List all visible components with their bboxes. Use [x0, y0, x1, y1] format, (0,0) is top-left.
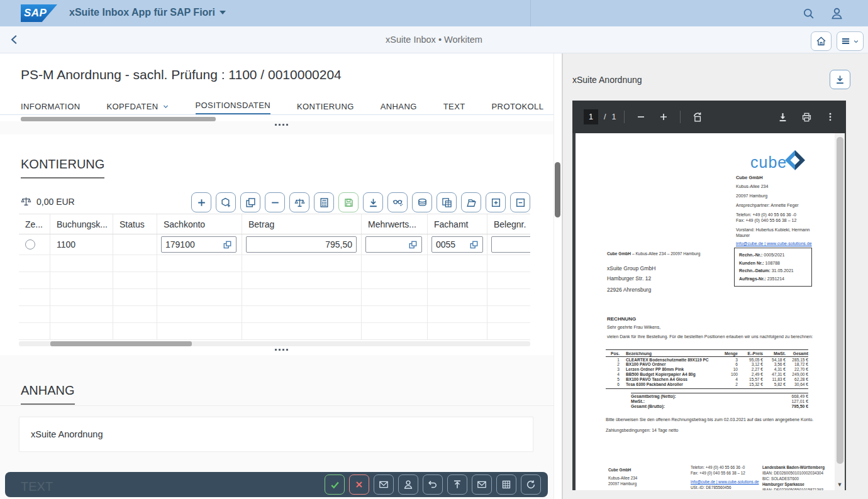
home-icon	[816, 36, 826, 47]
cube-logo-icon	[784, 150, 807, 172]
reject-button[interactable]	[349, 474, 369, 495]
balance-button[interactable]	[289, 192, 309, 212]
hamburger-icon	[841, 36, 850, 46]
currency-button[interactable]	[412, 192, 432, 212]
workflow-action-bar	[5, 472, 548, 497]
row-select-radio[interactable]	[25, 239, 35, 250]
invoice-item-row: 3Lerzen Ordner PP 80mm Pink102,27 €4,31 …	[606, 367, 808, 372]
copy-row-button[interactable]	[240, 192, 260, 212]
table-view-button[interactable]	[496, 474, 516, 495]
value-help-icon[interactable]	[408, 240, 418, 250]
shell-seam-divider	[530, 0, 531, 26]
table-row-empty	[19, 255, 530, 272]
pdf-print-button[interactable]	[798, 109, 815, 125]
mehrwertsteuer-input[interactable]	[365, 236, 422, 253]
calculate-button[interactable]	[314, 192, 334, 212]
tab-kopfdaten[interactable]: KOPFDATEN	[106, 98, 169, 115]
invoice-intro: vielen Dank für Ihre Bestellung. Für die…	[607, 334, 813, 339]
tab-text[interactable]: TEXT	[443, 98, 465, 115]
save-button[interactable]	[338, 192, 359, 212]
tab-kontierung[interactable]: KONTIERUNG	[297, 98, 354, 115]
pdf-download-button[interactable]	[774, 109, 791, 125]
betrag-input[interactable]: 795,50	[246, 236, 357, 253]
pdf-more-button[interactable]	[822, 109, 838, 125]
collapse-all-button[interactable]	[510, 192, 530, 212]
envelope-icon	[477, 480, 487, 490]
refresh-icon	[526, 480, 536, 490]
home-button[interactable]	[811, 31, 832, 51]
top-horizontal-scrollbar[interactable]	[21, 117, 216, 121]
sachkonto-input[interactable]: 179100	[161, 236, 236, 253]
invoice-item-row: 1CLEARTEX Bodenschutzmatte 89X119 PC395,…	[606, 358, 808, 363]
table-hscroll-thumb[interactable]	[50, 341, 192, 346]
remove-row-button[interactable]	[265, 192, 285, 212]
pdf-toolbar-divider	[680, 111, 681, 123]
payment-note: Bitte überweisen Sie den offenen Rechnun…	[606, 417, 813, 422]
menu-button[interactable]	[837, 31, 864, 51]
pdf-scrollbar-thumb[interactable]	[837, 137, 843, 464]
company-web-link[interactable]: info@cube.de | www.cube-solutions.de	[736, 241, 815, 246]
upload-icon	[452, 480, 462, 490]
zoom-out-button[interactable]	[633, 109, 649, 125]
create-assignment-button[interactable]	[216, 192, 236, 212]
app-title-menu[interactable]: xSuite Inbox App für SAP Fiori	[69, 7, 226, 18]
forward-user-button[interactable]	[398, 474, 418, 495]
sap-logo-text: SAP	[24, 7, 47, 19]
clear-filter-button[interactable]	[461, 192, 481, 212]
viewer-download-button[interactable]	[830, 70, 850, 89]
save-icon	[343, 197, 354, 208]
expand-all-button[interactable]	[486, 192, 506, 212]
invoice-greeting: Sehr geehrte Frau Wilkens,	[607, 325, 660, 329]
col-status: Status	[113, 214, 157, 234]
cube-logo-text: cube	[750, 153, 787, 172]
shell-user-button[interactable]	[830, 7, 843, 20]
copy-icon	[245, 197, 256, 208]
footer-web-link[interactable]: info@cube.de | www.cube-solutions.de	[691, 480, 772, 485]
copy-table-button[interactable]	[437, 192, 457, 212]
send-mail-2-button[interactable]	[472, 474, 492, 495]
col-betrag: Betrag	[242, 214, 362, 234]
folder-icon	[466, 197, 477, 208]
splitter-handle-top[interactable]	[275, 124, 288, 126]
attachment-card[interactable]: xSuite Anordnung	[19, 417, 533, 452]
pdf-page-input[interactable]: 1	[584, 109, 598, 124]
undo-button[interactable]	[423, 474, 443, 495]
pdf-page-count: 1	[611, 112, 616, 121]
download-filled-icon	[777, 112, 788, 123]
download-icon	[368, 197, 379, 208]
pdf-page-separator: /	[604, 112, 606, 121]
anchor-tabbar: INFORMATION KOPFDATEN POSITIONSDATEN KON…	[21, 98, 543, 115]
refresh-button[interactable]	[521, 474, 541, 495]
col-belegnr: Belegnr.	[487, 214, 530, 234]
pdf-footer-col3: Landesbank Baden-Württemberg IBAN: DE026…	[762, 465, 835, 490]
tab-positionsdaten[interactable]: POSITIONSDATEN	[196, 98, 270, 115]
tab-protokoll[interactable]: PROTOKOLL	[492, 98, 544, 115]
pdf-scroll-down-arrow[interactable]: ▼	[835, 479, 845, 490]
shell-search-button[interactable]	[803, 8, 815, 19]
fachamt-input[interactable]: 0055	[431, 236, 483, 253]
invoice-meta-box: Rechn.-Nr.: 0005/2021 Kunden Nr.: 108788…	[734, 248, 812, 287]
value-help-icon[interactable]	[223, 240, 232, 250]
invoice-item-row: 2BX100 PAVO Ordner63,12 €3,56 €18,72 €	[606, 362, 808, 367]
download-button[interactable]	[363, 192, 383, 212]
invoice-item-row: 4BB500 Budget Kopierpapier A4 80g1002,49…	[606, 372, 808, 377]
splitter-handle-bottom[interactable]	[275, 349, 288, 351]
invoice-doc-title: RECHNUNG	[607, 316, 636, 322]
attachment-name: xSuite Anordnung	[19, 417, 533, 439]
sender-line: Cube GmbH – Kubus-Allee 234 – 20097 Hamb…	[607, 251, 700, 256]
app-title: xSuite Inbox App für SAP Fiori	[69, 7, 215, 18]
zoom-in-button[interactable]	[655, 109, 672, 125]
upload-button[interactable]	[447, 474, 467, 495]
approve-button[interactable]	[325, 474, 345, 495]
add-row-button[interactable]	[191, 192, 211, 212]
send-mail-button[interactable]	[374, 474, 394, 495]
kontierung-table: Ze... Buchungsk... Status Sachkonto Betr…	[19, 214, 530, 340]
belegnr-input[interactable]	[491, 236, 530, 253]
rotate-button[interactable]	[689, 109, 705, 125]
tabbar-divider	[0, 114, 554, 115]
check-rules-button[interactable]	[387, 192, 408, 212]
value-help-icon[interactable]	[469, 240, 479, 250]
tab-anhang[interactable]: ANHANG	[381, 98, 417, 115]
left-panel-scrollbar-thumb[interactable]	[555, 162, 560, 217]
tab-information[interactable]: INFORMATION	[21, 98, 80, 115]
